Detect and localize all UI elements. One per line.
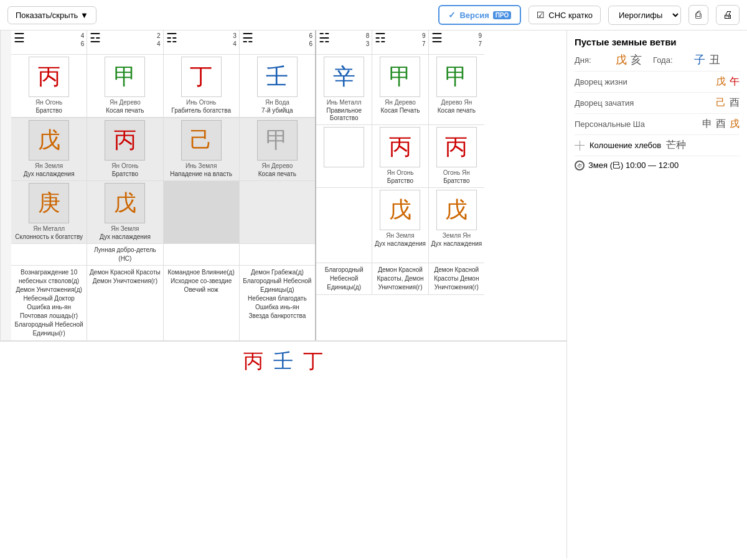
year-char-1: 子 <box>694 52 705 67</box>
star2-col-3: Командное Влияние(д) Исходное со-звездие… <box>164 266 240 340</box>
day-char-1: 戊 <box>616 52 627 67</box>
branch-cell-3[interactable]: 己 Инь Земля Нападение на власть <box>164 118 240 180</box>
branch-cell-4[interactable]: 甲 Ян Дерево Косая печать <box>240 118 315 180</box>
branch-char-4: 甲 <box>266 125 288 156</box>
trigram-cell-2: ☲ 24 <box>87 30 163 54</box>
branch-hieroglyph-2: 丙 <box>105 120 145 161</box>
grain-label: Колошение хлебов <box>590 141 661 150</box>
branch-cell-1[interactable]: 戊 Ян Земля Дух наслаждения <box>11 118 87 180</box>
personal-sha-label: Персональные Ша <box>575 119 645 129</box>
palace-life-char-2: 午 <box>730 75 740 88</box>
addi-cell-r2[interactable]: 戊 Ян Земля Дух наслаждения <box>372 188 428 263</box>
stem-hieroglyph-r1: 辛 <box>324 57 364 97</box>
trigram-row-right: ☵ 83 ☶ 97 ☰ 97 <box>316 30 484 55</box>
stem-cell-1[interactable]: 丙 Ян Огонь Братство <box>11 55 87 118</box>
trigram-cell-4: ☴ 66 <box>240 30 315 54</box>
addi-cell-1[interactable]: 庚 Ян Металл Склонность к богатству <box>11 181 87 243</box>
print-button[interactable]: 🖨 <box>716 5 740 25</box>
stem-type-1: Ян Огонь <box>35 99 62 106</box>
palace-birth-char-2: 酉 <box>730 96 740 110</box>
star-r1-col-2: Демон Красной Красоты, Демон Уничтожения… <box>372 263 428 294</box>
personal-sha-char-3: 戌 <box>730 118 740 131</box>
stem-cell-r2[interactable]: 甲 Ян Дерево Косая Печать <box>372 55 428 124</box>
info-row-palace-life: Дворец жизни 戊 午 <box>575 75 740 93</box>
stem-cell-4[interactable]: 壬 Ян Вода 7-й убийца <box>240 55 315 118</box>
addi-type-r2: Ян Земля <box>386 232 414 239</box>
addi-char-2: 戊 <box>114 188 136 218</box>
branch-hieroglyph-r2: 丙 <box>380 127 420 167</box>
stem-cell-3[interactable]: 丁 Инь Огонь Грабитель богатства <box>164 55 240 118</box>
snc-button[interactable]: ☑ СНС кратко <box>529 6 601 24</box>
branch-cell-r3[interactable]: 丙 Огонь Ян Братство <box>429 125 484 187</box>
info-row-palace-birth: Дворец зачатия 己 酉 <box>575 96 740 114</box>
info-grain-row: Колошение хлебов 芒种 <box>575 139 740 156</box>
trigram-nums-1: 46 <box>81 32 85 48</box>
stem-func-3: Грабитель богатства <box>171 106 232 116</box>
star1-col-4 <box>240 244 315 265</box>
clock-icon: ⏱ <box>575 161 585 170</box>
addi-func-r3: Дух наслаждения <box>430 239 482 249</box>
trigram-sym-2: ☲ <box>90 32 101 44</box>
star2-col-2: Демон Красной Красоты Демон Уничтожения(… <box>87 266 163 340</box>
addi-type-r3: Земля Ян <box>443 232 471 239</box>
addi-hieroglyph-2: 戊 <box>105 183 145 223</box>
trigram-nums-r2: 97 <box>422 32 426 48</box>
year-char-2: 丑 <box>709 52 720 67</box>
branch-hieroglyph-r3: 丙 <box>436 127 477 167</box>
pro-badge: ПРО <box>493 11 512 19</box>
snc-checkbox: ☑ <box>537 10 545 20</box>
addi-func-r2: Дух наслаждения <box>374 239 426 249</box>
palace-birth-char-1: 己 <box>716 96 726 110</box>
trigram-nums-r3: 97 <box>478 32 482 48</box>
stem-hieroglyph-3: 丁 <box>181 57 222 97</box>
personal-sha-char-1: 申 <box>702 118 712 131</box>
show-hide-button[interactable]: Показать/скрыть ▼ <box>7 6 96 24</box>
trigram-sym-r3: ☰ <box>431 32 443 44</box>
branch-char-r2: 丙 <box>389 132 411 162</box>
stem-hieroglyph-r3: 甲 <box>436 57 477 97</box>
stem-char-r2: 甲 <box>389 62 411 92</box>
stem-hieroglyph-2: 甲 <box>105 57 145 97</box>
stem-cell-r1[interactable]: 辛 Инь Металл Правильное Богатство <box>316 55 372 124</box>
version-button[interactable]: ✓ Версия ПРО <box>438 5 521 25</box>
trigram-nums-4: 66 <box>309 32 312 48</box>
stem-hieroglyph-1: 丙 <box>29 57 69 97</box>
palace-life-char-1: 戊 <box>716 75 726 88</box>
addi-type-2: Ян Земля <box>111 225 139 232</box>
branch-char-r3: 丙 <box>445 132 467 162</box>
trigram-sym-r2: ☶ <box>375 32 386 44</box>
branch-cell-r2[interactable]: 丙 Ян Огонь Братство <box>372 125 428 187</box>
info-row-day: Дня: 戊 亥 Года: 子 丑 <box>575 52 740 72</box>
share-button[interactable]: ⎙ <box>688 5 708 25</box>
trigram-nums-2: 24 <box>157 32 161 48</box>
stem-func-r2: Косая Печать <box>380 106 421 116</box>
star-r1-col-1: Благородный Небесной Единицы(д) <box>316 263 372 294</box>
star1-col-1 <box>11 244 87 265</box>
addi-char-1: 庚 <box>38 188 60 218</box>
addi-func-2: Дух наслаждения <box>99 232 151 242</box>
palace-life-label: Дворец жизни <box>575 77 627 86</box>
branch-cell-r1[interactable] <box>316 125 372 187</box>
addi-char-r3: 戊 <box>445 195 467 225</box>
trigram-cell-1: ☰ 46 <box>11 30 87 54</box>
trigram-sym-4: ☴ <box>242 32 253 44</box>
addi-char-r2: 戊 <box>389 195 411 225</box>
stem-func-4: 7-й убийца <box>261 106 294 116</box>
stem-cell-r3[interactable]: 甲 Дерево Ян Косая печать <box>429 55 484 124</box>
bottom-char-1: 丙 <box>243 348 263 375</box>
header: Показать/скрыть ▼ ✓ Версия ПРО ☑ СНС кра… <box>0 0 747 30</box>
palace-birth-label: Дворец зачатия <box>575 98 634 108</box>
addi-cell-2[interactable]: 戊 Ян Земля Дух наслаждения <box>87 181 163 243</box>
stem-char-3: 丁 <box>190 62 212 92</box>
branch-func-r1 <box>344 169 345 172</box>
stem-cell-2[interactable]: 甲 Ян Дерево Косая печать <box>87 55 163 118</box>
grid-icon <box>575 141 585 151</box>
addi-cell-r3[interactable]: 戊 Земля Ян Дух наслаждения <box>429 188 484 263</box>
branch-cell-2[interactable]: 丙 Ян Огонь Братство <box>87 118 163 180</box>
hieroglyphs-select[interactable]: Иероглифы <box>608 6 681 25</box>
addi-hieroglyph-r3: 戊 <box>436 190 477 230</box>
branch-type-2: Ян Огонь <box>111 162 138 169</box>
addi-cell-4 <box>240 181 315 243</box>
addi-type-1: Ян Металл <box>33 225 65 232</box>
stem-func-r3: Косая печать <box>437 106 476 116</box>
